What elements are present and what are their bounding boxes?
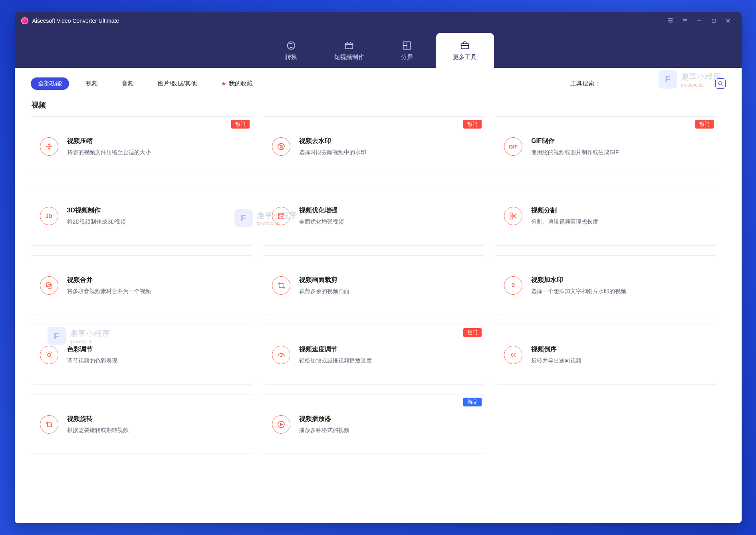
svg-point-18: [280, 356, 282, 357]
card-title: 视频速度调节: [299, 345, 372, 354]
card-title: 视频分割: [531, 206, 598, 215]
tools-grid: 热门 视频压缩 将您的视频文件压缩至合适的大小 热门 视频去水印 选择时段去除视…: [31, 116, 718, 454]
tool-card[interactable]: 视频优化增强 全面优化增强视频: [263, 186, 485, 246]
merge-icon: [40, 276, 58, 295]
card-text: 视频分割 分割、剪辑视频至理想长度: [531, 206, 598, 226]
tool-card[interactable]: 视频合并 将多段音视频素材合并为一个视频: [31, 255, 253, 315]
tools-scrollarea[interactable]: 视频 F 趣享小程序 qx.oovc.cc F 趣享小程序 qx.oovc.cc…: [31, 97, 726, 515]
card-desc: 选择时段去除视频中的水印: [299, 149, 366, 157]
card-title: 视频合并: [67, 276, 151, 284]
card-desc: 分割、剪辑视频至理想长度: [531, 218, 598, 226]
svg-point-9: [718, 81, 722, 85]
card-title: 视频画面裁剪: [299, 276, 349, 284]
minimize-button[interactable]: [692, 14, 706, 28]
tool-card[interactable]: 热门 视频速度调节 轻松加快或减慢视频播放速度: [263, 325, 485, 384]
app-logo-icon: [21, 17, 28, 24]
nav-collage[interactable]: 分屏: [378, 33, 436, 68]
card-title: 视频优化增强: [299, 206, 344, 215]
card-badge: 热门: [463, 120, 482, 129]
tool-card[interactable]: 3D 3D视频制作 将2D视频制作成3D视频: [31, 186, 253, 246]
color-icon: [40, 346, 58, 364]
close-button[interactable]: [721, 14, 735, 28]
filter-video[interactable]: 视频: [79, 77, 105, 90]
card-badge: 热门: [463, 328, 482, 337]
enhance-icon: [272, 207, 290, 225]
search-label: 工具搜索：: [570, 80, 600, 87]
reverse-icon: [504, 346, 522, 364]
feedback-icon[interactable]: [663, 14, 678, 28]
card-desc: 将多段音视频素材合并为一个视频: [67, 287, 151, 295]
card-text: 3D视频制作 将2D视频制作成3D视频: [67, 206, 126, 226]
card-title: 视频压缩: [67, 137, 151, 145]
tool-card[interactable]: 热门 GIF GIF制作 使用您的视频或图片制作或生成GIF: [495, 116, 717, 176]
card-title: 3D视频制作: [67, 206, 126, 215]
filter-favorites[interactable]: 我的收藏: [214, 77, 260, 90]
card-title: 视频加水印: [531, 276, 626, 284]
nav-label: 更多工具: [453, 54, 477, 61]
play-icon: [272, 415, 290, 434]
nav-label: 短视频制作: [334, 54, 364, 61]
card-title: 视频播放器: [299, 415, 349, 423]
content-area: 全部功能 视频 音频 图片/数据/其他 我的收藏 工具搜索： F 趣享小程序 q…: [15, 68, 742, 523]
card-text: 视频旋转 根据需要旋转或翻转视频: [67, 415, 129, 434]
search-icon[interactable]: [715, 78, 726, 89]
card-text: 视频倒序 反转并导出逆向视频: [531, 345, 581, 365]
menu-icon[interactable]: [678, 14, 692, 28]
card-text: 视频速度调节 轻松加快或减慢视频播放速度: [299, 345, 372, 365]
tool-card[interactable]: 视频分割 分割、剪辑视频至理想长度: [495, 186, 717, 246]
filter-bar: 全部功能 视频 音频 图片/数据/其他 我的收藏 工具搜索：: [31, 74, 726, 97]
filter-audio[interactable]: 音频: [115, 77, 141, 90]
card-text: 视频优化增强 全面优化增强视频: [299, 206, 344, 226]
card-desc: 将您的视频文件压缩至合适的大小: [67, 149, 151, 157]
tool-card[interactable]: 新品 视频播放器 播放多种格式的视频: [263, 394, 485, 454]
card-badge: 热门: [695, 120, 714, 129]
svg-point-1: [669, 20, 670, 21]
titlebar: Aiseesoft Video Converter Ultimate: [15, 12, 742, 30]
card-title: 视频去水印: [299, 137, 366, 145]
card-desc: 裁剪多余的视频画面: [299, 287, 349, 295]
nav-convert[interactable]: 转换: [262, 33, 320, 68]
nowm-icon: [272, 137, 290, 156]
card-text: GIF制作 使用您的视频或图片制作或生成GIF: [531, 137, 619, 157]
svg-point-14: [510, 217, 512, 219]
maximize-button[interactable]: [706, 14, 721, 28]
card-desc: 选择一个想添加文字和图片水印的视频: [531, 287, 626, 295]
nav-toolbox[interactable]: 更多工具: [436, 33, 494, 68]
search-input[interactable]: [611, 80, 715, 87]
svg-rect-19: [48, 423, 52, 427]
svg-point-3: [671, 20, 672, 21]
tool-card[interactable]: 视频旋转 根据需要旋转或翻转视频: [31, 394, 253, 454]
filter-label: 我的收藏: [229, 80, 253, 87]
3d-icon: 3D: [40, 207, 58, 225]
card-desc: 全面优化增强视频: [299, 218, 344, 226]
card-badge: 热门: [231, 120, 250, 129]
tool-card[interactable]: 视频倒序 反转并导出逆向视频: [495, 325, 717, 384]
addwm-icon: [504, 276, 522, 295]
card-title: GIF制作: [531, 137, 619, 145]
tool-card[interactable]: 视频画面裁剪 裁剪多余的视频画面: [263, 255, 485, 315]
gif-icon: GIF: [504, 137, 522, 156]
card-text: 视频加水印 选择一个想添加文字和图片水印的视频: [531, 276, 626, 295]
filter-all[interactable]: 全部功能: [31, 77, 69, 90]
app-window: Aiseesoft Video Converter Ultimate 转换 短视…: [15, 12, 742, 523]
svg-rect-8: [461, 44, 469, 49]
card-text: 色彩调节 调节视频的色彩表现: [67, 345, 117, 365]
svg-rect-6: [345, 43, 353, 49]
filter-other[interactable]: 图片/数据/其他: [151, 77, 204, 90]
tool-card[interactable]: 热门 视频压缩 将您的视频文件压缩至合适的大小: [31, 116, 253, 176]
crop-icon: [272, 276, 290, 295]
card-desc: 轻松加快或减慢视频播放速度: [299, 357, 372, 365]
tool-card[interactable]: 视频加水印 选择一个想添加文字和图片水印的视频: [495, 255, 717, 315]
svg-point-2: [670, 20, 671, 21]
card-badge: 新品: [463, 398, 482, 406]
card-desc: 调节视频的色彩表现: [67, 357, 117, 365]
nav-mv[interactable]: 短视频制作: [320, 33, 378, 68]
tool-card[interactable]: 色彩调节 调节视频的色彩表现: [31, 325, 253, 384]
svg-point-12: [282, 216, 282, 217]
card-desc: 使用您的视频或图片制作或生成GIF: [531, 149, 619, 157]
card-text: 视频画面裁剪 裁剪多余的视频画面: [299, 276, 349, 295]
card-desc: 反转并导出逆向视频: [531, 357, 581, 365]
card-desc: 根据需要旋转或翻转视频: [67, 426, 129, 434]
tool-card[interactable]: 热门 视频去水印 选择时段去除视频中的水印: [263, 116, 485, 176]
nav-label: 分屏: [401, 54, 413, 61]
